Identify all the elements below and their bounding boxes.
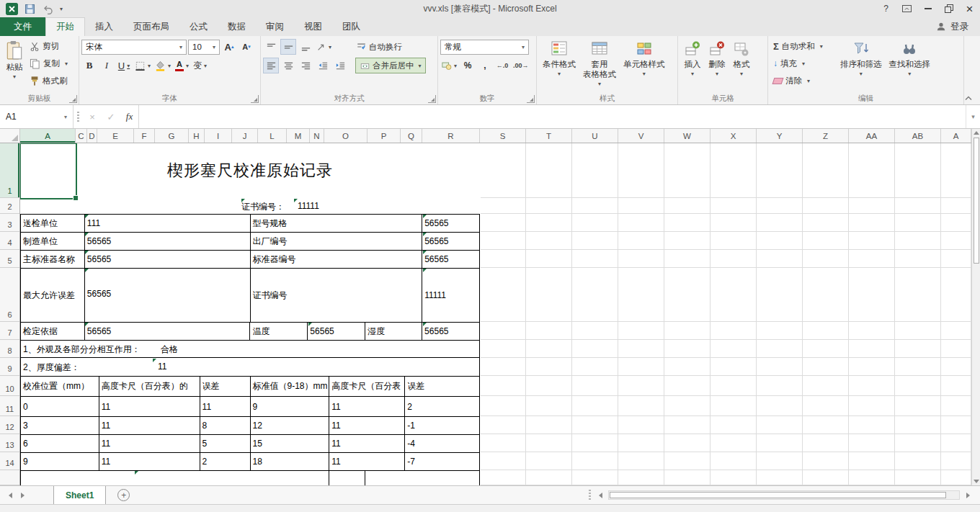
enter-entry-button[interactable]: ✓	[102, 105, 120, 128]
cell[interactable]: 56565	[422, 251, 480, 269]
find-select-button[interactable]: 查找和选择	[886, 37, 935, 94]
cell[interactable]: 证书编号	[251, 269, 423, 323]
horizontal-scrollbar[interactable]	[587, 486, 980, 504]
align-bottom-button[interactable]	[298, 39, 313, 55]
column-header-V[interactable]: V	[618, 129, 664, 143]
clear-button[interactable]: 清除	[770, 72, 837, 89]
clipboard-dialog-launcher[interactable]	[69, 95, 77, 103]
copy-button[interactable]: 复制	[27, 55, 71, 72]
cell[interactable]: 11	[158, 361, 166, 372]
document-title-cell[interactable]: 楔形塞尺校准原始记录	[20, 143, 480, 198]
row-header-14[interactable]: 14	[0, 452, 19, 470]
row-header-8[interactable]: 8	[0, 340, 19, 358]
column-header-M[interactable]: M	[287, 129, 310, 143]
next-sheet-icon[interactable]	[21, 493, 24, 498]
tab-file[interactable]: 文件	[0, 17, 45, 36]
cell[interactable]: 5	[200, 435, 251, 453]
cell[interactable]: 出厂编号	[251, 233, 423, 251]
sheet-tab-sheet1[interactable]: Sheet1	[53, 486, 106, 504]
decrease-indent-button[interactable]	[315, 58, 331, 73]
tab-insert[interactable]: 插入	[85, 17, 123, 36]
column-header-A[interactable]: A	[941, 129, 971, 143]
restore-button[interactable]	[938, 0, 959, 17]
row-header-11[interactable]: 11	[0, 396, 19, 416]
thickness-row[interactable]: 2、厚度偏差： 11	[20, 358, 480, 376]
column-header-F[interactable]: F	[134, 129, 155, 143]
align-center-button[interactable]	[280, 58, 296, 73]
scroll-down-icon[interactable]	[974, 480, 979, 483]
column-header-P[interactable]: P	[368, 129, 401, 143]
cell[interactable]: -1	[405, 417, 480, 435]
percent-style-button[interactable]: %	[460, 58, 476, 73]
column-header-N[interactable]: N	[310, 129, 324, 143]
align-middle-button[interactable]	[280, 39, 296, 55]
previous-sheet-icon[interactable]	[9, 493, 12, 498]
cell[interactable]: 送检单位	[21, 215, 85, 233]
column-header-cell[interactable]: 误差	[200, 377, 251, 397]
horizontal-scroll-track[interactable]	[608, 490, 960, 500]
cell[interactable]: 3	[21, 417, 99, 435]
number-dialog-launcher[interactable]	[527, 95, 535, 103]
cell[interactable]: 11	[99, 397, 200, 417]
align-left-button[interactable]	[263, 58, 279, 73]
tab-view[interactable]: 视图	[294, 17, 332, 36]
cell[interactable]: 56565	[85, 251, 251, 269]
cell[interactable]: 56565	[422, 323, 480, 341]
certificate-row[interactable]: 证书编号： 11111	[20, 198, 480, 214]
row-header-5[interactable]: 5	[0, 250, 19, 268]
column-header-Q[interactable]: Q	[401, 129, 422, 143]
column-header-H[interactable]: H	[189, 129, 205, 143]
row-header-7[interactable]: 7	[0, 322, 19, 340]
collapse-ribbon-button[interactable]	[962, 93, 975, 102]
select-all-corner[interactable]	[0, 129, 20, 143]
column-header-Y[interactable]: Y	[757, 129, 803, 143]
cell[interactable]: 2	[200, 453, 251, 471]
tab-team[interactable]: 团队	[332, 17, 370, 36]
cell[interactable]: 主标准器名称	[21, 251, 85, 269]
number-format-combo[interactable]: 常规	[440, 40, 529, 55]
tab-review[interactable]: 审阅	[256, 17, 294, 36]
merge-center-button[interactable]: 合并后居中	[355, 58, 426, 73]
sort-filter-button[interactable]: 排序和筛选	[837, 37, 886, 94]
column-header-W[interactable]: W	[664, 129, 710, 143]
minimize-button[interactable]	[917, 0, 938, 17]
column-header-S[interactable]: S	[480, 129, 526, 143]
decrease-font-button[interactable]	[239, 39, 254, 55]
fill-color-button[interactable]	[153, 58, 172, 73]
cell[interactable]: 1、外观及各部分分相互作用：	[23, 343, 141, 356]
cell[interactable]: 56565	[85, 323, 251, 341]
paste-button[interactable]: 粘贴	[2, 37, 27, 94]
font-size-combo[interactable]: 10	[188, 40, 220, 55]
cell[interactable]: 6	[21, 435, 99, 453]
cancel-entry-button[interactable]: ×	[83, 105, 102, 128]
cell[interactable]: 56565	[85, 233, 251, 251]
row-header-6[interactable]: 6	[0, 268, 19, 322]
column-header-cell[interactable]: 校准位置（mm）	[21, 377, 99, 397]
cell[interactable]: 湿度	[365, 323, 422, 341]
cell[interactable]: 11	[329, 435, 405, 453]
comma-style-button[interactable]: ,	[477, 58, 493, 73]
name-box[interactable]: A1	[0, 105, 74, 128]
column-header-cell[interactable]: 标准值（9-18）mm	[251, 377, 330, 397]
decrease-decimal-button[interactable]: .00→	[512, 58, 530, 73]
increase-font-button[interactable]	[221, 39, 237, 55]
cell[interactable]	[21, 471, 329, 485]
column-header-U[interactable]: U	[572, 129, 618, 143]
cell[interactable]	[329, 471, 365, 485]
cell[interactable]: 111	[85, 215, 251, 233]
column-header-AA[interactable]: AA	[849, 129, 895, 143]
column-header-I[interactable]: I	[205, 129, 232, 143]
cell[interactable]: -4	[405, 435, 480, 453]
delete-cells-button[interactable]: 删除	[705, 37, 729, 94]
help-button[interactable]: ?	[876, 0, 896, 17]
cell[interactable]: 合格	[161, 343, 178, 356]
underline-button[interactable]: U	[116, 58, 132, 73]
increase-decimal-button[interactable]: ←.0	[494, 58, 510, 73]
cell[interactable]: 56565	[308, 323, 365, 341]
accounting-format-button[interactable]	[440, 58, 458, 73]
autosum-button[interactable]: 自动求和	[770, 37, 837, 55]
column-header-Z[interactable]: Z	[803, 129, 849, 143]
appearance-row[interactable]: 1、外观及各部分分相互作用： 合格	[20, 340, 480, 358]
column-header-cell[interactable]: 误差	[405, 377, 480, 397]
cell[interactable]: 56565	[422, 233, 480, 251]
